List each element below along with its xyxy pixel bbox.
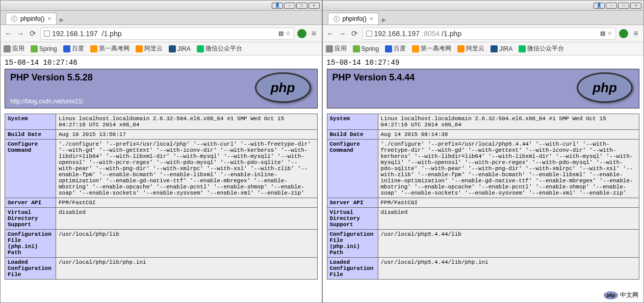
menu-icon[interactable]: ≡ [310, 29, 319, 38]
bookmark-aliyun[interactable]: 阿里云 [457, 44, 484, 53]
share-icon[interactable]: ▧ [278, 30, 284, 37]
browser-tab[interactable]: i phpinfo() × [6, 13, 57, 24]
url-host: 192.168.1.197 [52, 30, 98, 38]
titlebar[interactable]: 👤 — □ ✕ [1, 1, 322, 11]
table-row: Server APIFPM/FastCGI [327, 198, 639, 208]
page-content[interactable]: 15-08-14 10:27:49 PHP Version 5.4.44 php… [323, 56, 644, 302]
wechat-icon [519, 45, 526, 52]
watermark: php 中文网 [604, 291, 638, 299]
aliyun-icon [457, 45, 465, 52]
url-input[interactable]: 192.168.1.197:8054/1.php ▧ ☆ [363, 27, 616, 40]
close-button[interactable]: ✕ [630, 3, 641, 9]
bookmark-aliyun[interactable]: 阿里云 [136, 44, 163, 53]
bookmark-baidu[interactable]: 百度 [63, 44, 84, 53]
bookmark-jira[interactable]: JIRA [169, 45, 191, 52]
user-button[interactable]: 👤 [594, 3, 605, 9]
url-host: 192.168.1.197 [374, 30, 420, 38]
php-logo-icon: php [255, 72, 311, 103]
apps-icon [4, 45, 11, 52]
bookmark-star-icon[interactable]: ☆ [286, 30, 291, 37]
new-tab-button[interactable]: ▸ [379, 15, 389, 24]
bookmark-spring[interactable]: Spring [31, 45, 57, 52]
watermark-logo-icon: php [604, 291, 618, 299]
page-icon [366, 31, 372, 37]
bookmarks-bar: 应用 Spring 百度 第一高考网 阿里云 JIRA 微信公众平台 [1, 42, 322, 56]
bookmark-baidu[interactable]: 百度 [385, 44, 406, 53]
url-path: /1.php [442, 30, 461, 38]
bookmark-wechat[interactable]: 微信公众平台 [519, 44, 564, 53]
aliyun-icon [136, 45, 143, 52]
table-row: Build DateAug 10 2015 13:58:17 [5, 130, 318, 140]
tab-bar: i phpinfo() × ▸ [323, 11, 644, 25]
bookmark-gaokao[interactable]: 第一高考网 [412, 44, 451, 53]
maximize-button[interactable]: □ [618, 3, 629, 9]
minimize-button[interactable]: — [284, 3, 295, 9]
new-tab-button[interactable]: ▸ [57, 15, 67, 24]
table-row: SystemLinux localhost.localdomain 2.6.32… [5, 114, 318, 130]
wechat-icon [197, 45, 204, 52]
tab-bar: i phpinfo() × ▸ [1, 11, 322, 25]
timestamp-text: 15-08-14 10:27:46 [5, 59, 318, 67]
table-row: Server APIFPM/FastCGI [5, 198, 318, 208]
url-input[interactable]: 192.168.1.197/1.php ▧ ☆ [40, 27, 294, 40]
bookmarks-bar: 应用 Spring 百度 第一高考网 阿里云 JIRA 微信公众平台 [323, 42, 644, 56]
forward-button[interactable]: → [338, 29, 347, 38]
table-row: Loaded Configuration File/usr/local/php5… [327, 258, 639, 280]
blog-link[interactable]: http://blog.csdn.net/unix21/ [10, 98, 83, 105]
bookmark-star-icon[interactable]: ☆ [607, 30, 612, 37]
table-row: Loaded Configuration File/usr/local/php/… [5, 258, 318, 280]
tab-title: phpinfo() [343, 15, 367, 22]
phpinfo-table: SystemLinux localhost.localdomain 2.6.32… [5, 114, 318, 280]
baidu-icon [385, 45, 392, 52]
baidu-icon [63, 45, 70, 52]
url-port: :8054 [422, 30, 440, 38]
tab-title: phpinfo() [20, 15, 44, 22]
table-row: Configuration File (php.ini) Path/usr/lo… [5, 230, 318, 258]
browser-window-right: 👤 — □ ✕ i phpinfo() × ▸ ← → ⟳ 192.168.1.… [322, 0, 645, 303]
jira-icon [169, 45, 176, 52]
tab-close-icon[interactable]: × [370, 15, 373, 22]
table-row: SystemLinux localhost.localdomain 2.6.32… [327, 114, 639, 130]
back-button[interactable]: ← [326, 29, 335, 38]
tab-close-icon[interactable]: × [47, 15, 51, 22]
page-content[interactable]: 15-08-14 10:27:46 PHP Version 5.5.28 htt… [1, 56, 322, 302]
page-icon [44, 31, 50, 37]
bookmark-spring[interactable]: Spring [353, 45, 379, 52]
table-row: Configure Command'./configure' '--prefix… [327, 140, 639, 198]
reload-button[interactable]: ⟳ [28, 29, 37, 38]
favicon-icon: i [333, 16, 340, 22]
globe-icon[interactable] [619, 29, 628, 38]
close-button[interactable]: ✕ [308, 3, 320, 9]
bookmark-wechat[interactable]: 微信公众平台 [197, 44, 242, 53]
gaokao-icon [412, 45, 419, 52]
phpinfo-table: SystemLinux localhost.localdomain 2.6.32… [327, 114, 640, 280]
back-button[interactable]: ← [4, 29, 13, 38]
apps-icon [326, 45, 333, 52]
timestamp-text: 15-08-14 10:27:49 [327, 59, 640, 67]
spring-icon [31, 45, 38, 52]
user-button[interactable]: 👤 [272, 3, 283, 9]
table-row: Virtual Directory Supportdisabled [5, 208, 318, 230]
jira-icon [491, 45, 498, 52]
forward-button[interactable]: → [16, 29, 25, 38]
share-icon[interactable]: ▧ [600, 30, 605, 37]
bookmark-apps[interactable]: 应用 [326, 44, 347, 53]
minimize-button[interactable]: — [606, 3, 617, 9]
globe-icon[interactable] [297, 29, 306, 38]
spring-icon [353, 45, 360, 52]
browser-window-left: 👤 — □ ✕ i phpinfo() × ▸ ← → ⟳ 192.168.1.… [0, 0, 322, 303]
table-row: Configure Command'./configure' '--prefix… [5, 140, 318, 198]
table-row: Virtual Directory Supportdisabled [327, 208, 639, 230]
bookmark-apps[interactable]: 应用 [4, 44, 24, 53]
reload-button[interactable]: ⟳ [350, 29, 359, 38]
bookmark-gaokao[interactable]: 第一高考网 [90, 44, 130, 53]
maximize-button[interactable]: □ [296, 3, 307, 9]
browser-tab[interactable]: i phpinfo() × [328, 13, 379, 24]
favicon-icon: i [11, 16, 17, 22]
titlebar[interactable]: 👤 — □ ✕ [323, 1, 644, 11]
phpinfo-header: PHP Version 5.5.28 http://blog.csdn.net/… [5, 69, 318, 108]
php-logo-icon: php [577, 72, 633, 103]
address-bar: ← → ⟳ 192.168.1.197/1.php ▧ ☆ ≡ [1, 25, 322, 42]
menu-icon[interactable]: ≡ [631, 29, 640, 38]
bookmark-jira[interactable]: JIRA [491, 45, 512, 52]
